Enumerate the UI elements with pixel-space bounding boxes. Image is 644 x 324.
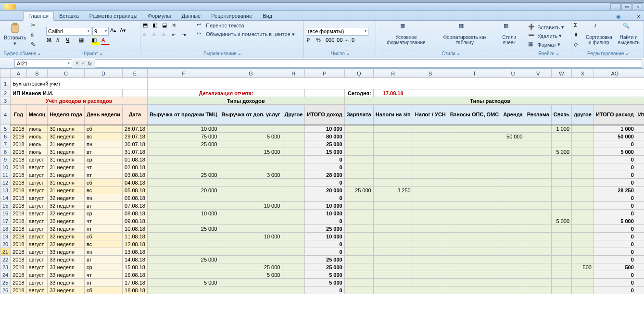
cell[interactable] xyxy=(551,279,571,287)
cell[interactable] xyxy=(551,187,571,194)
cell[interactable]: пн xyxy=(84,140,122,148)
row-header-17[interactable]: 17 xyxy=(0,217,11,225)
autosum-icon[interactable]: Σ xyxy=(573,22,582,30)
cell[interactable] xyxy=(413,256,448,263)
cell[interactable]: 0 xyxy=(593,156,636,163)
hdr-drugoe-i[interactable]: Другое xyxy=(282,105,305,125)
row-header-22[interactable]: 22 xyxy=(0,256,11,263)
cell[interactable]: 2018 xyxy=(11,271,26,279)
cell[interactable] xyxy=(373,148,413,156)
cell[interactable] xyxy=(525,148,551,156)
cell[interactable] xyxy=(282,148,305,156)
cell[interactable]: 5 000 xyxy=(551,217,571,225)
cell[interactable]: 28 000 xyxy=(305,171,344,179)
hdr-reklama[interactable]: Реклама xyxy=(525,105,551,125)
cell[interactable] xyxy=(501,179,525,187)
column-header-AH[interactable]: AH xyxy=(636,69,644,78)
name-box[interactable]: AI21 xyxy=(14,59,72,68)
cell[interactable] xyxy=(501,140,525,148)
hdr-itogo-dr[interactable]: Итого Доход - Расход xyxy=(636,105,644,125)
cell[interactable] xyxy=(413,202,448,210)
cell[interactable] xyxy=(572,210,594,217)
cell[interactable]: 2018 xyxy=(11,171,26,179)
hdr-arenda[interactable]: Аренда xyxy=(501,105,525,125)
row-header-1[interactable]: 1 xyxy=(0,78,11,89)
cancel-formula-icon[interactable]: ✕ xyxy=(75,60,79,66)
cell[interactable] xyxy=(525,233,551,240)
window-minimize-icon[interactable]: _ xyxy=(610,3,621,10)
cell[interactable]: 25 000 xyxy=(305,256,344,263)
cell[interactable] xyxy=(551,263,571,271)
cell[interactable]: август xyxy=(26,248,47,256)
cell[interactable] xyxy=(413,140,448,148)
sort-filter-button[interactable]: ⤸Сортировка и фильтр xyxy=(584,22,614,46)
row-header-20[interactable]: 20 xyxy=(0,240,11,248)
cell[interactable] xyxy=(572,179,594,187)
row-header-25[interactable]: 25 xyxy=(0,279,11,287)
today-label[interactable]: Сегодня: xyxy=(344,89,373,97)
select-all-button[interactable] xyxy=(0,69,11,78)
cell[interactable] xyxy=(282,279,305,287)
cell[interactable] xyxy=(501,163,525,171)
cell[interactable] xyxy=(525,194,551,202)
column-header-W[interactable]: W xyxy=(551,69,571,78)
cell[interactable] xyxy=(572,233,594,240)
cell[interactable] xyxy=(448,187,501,194)
hdr-itogo-r[interactable]: ИТОГО расход xyxy=(593,105,636,125)
hdr-nalogi-zp[interactable]: Налоги на з/п xyxy=(373,105,413,125)
cell[interactable]: 10 000 xyxy=(219,233,282,240)
uchet-header[interactable]: Учёт доходов и расходов xyxy=(11,97,148,105)
cell[interactable] xyxy=(448,202,501,210)
cell[interactable] xyxy=(282,287,305,294)
cell[interactable]: 17.08.18 xyxy=(123,279,148,287)
bold-button[interactable]: Ж xyxy=(46,37,55,45)
cell[interactable]: 2018 xyxy=(11,240,26,248)
cell[interactable] xyxy=(373,240,413,248)
dec-decimal-icon[interactable]: ←.0 xyxy=(344,37,353,45)
cell[interactable]: 2018 xyxy=(11,248,26,256)
cell[interactable] xyxy=(373,171,413,179)
column-header-D[interactable]: D xyxy=(84,69,122,78)
hdr-ned[interactable]: Неделя года xyxy=(48,105,85,125)
cell[interactable] xyxy=(219,187,282,194)
cell[interactable] xyxy=(448,271,501,279)
cell[interactable] xyxy=(282,248,305,256)
cell[interactable] xyxy=(344,133,373,140)
cell[interactable] xyxy=(448,194,501,202)
hdr-zarplata[interactable]: Зарплата xyxy=(344,105,373,125)
cell[interactable] xyxy=(344,233,373,240)
cell[interactable]: 0 xyxy=(305,217,344,225)
cell[interactable] xyxy=(501,225,525,233)
cell[interactable] xyxy=(147,240,219,248)
cell[interactable] xyxy=(344,217,373,225)
cell[interactable] xyxy=(551,256,571,263)
cell[interactable]: 0 xyxy=(636,163,644,171)
cell[interactable]: 14.08.18 xyxy=(123,256,148,263)
cell[interactable]: 500 xyxy=(593,263,636,271)
cell[interactable]: вт xyxy=(84,256,122,263)
cell[interactable]: ср xyxy=(84,156,122,163)
cell[interactable] xyxy=(373,287,413,294)
cell[interactable] xyxy=(448,133,501,140)
border-icon[interactable]: ▦ xyxy=(78,37,87,45)
cell[interactable] xyxy=(525,279,551,287)
cell[interactable]: 0 xyxy=(305,163,344,171)
cell[interactable] xyxy=(525,256,551,263)
cell[interactable]: 25 000 xyxy=(147,171,219,179)
cell[interactable]: 25 000 xyxy=(636,225,644,233)
cell[interactable] xyxy=(147,217,219,225)
cell[interactable]: 0 xyxy=(593,271,636,279)
align-top-icon[interactable]: ⬒ xyxy=(142,22,151,30)
cell[interactable]: 30 неделя xyxy=(48,125,85,133)
cell[interactable] xyxy=(373,210,413,217)
cell[interactable]: 0 xyxy=(636,240,644,248)
cell[interactable] xyxy=(525,163,551,171)
cell[interactable]: 07.08.18 xyxy=(123,202,148,210)
cell[interactable]: 25 000 xyxy=(305,225,344,233)
cell[interactable]: август xyxy=(26,263,47,271)
cell[interactable]: август xyxy=(26,225,47,233)
cell[interactable] xyxy=(219,125,282,133)
hdr-god[interactable]: Год xyxy=(11,105,26,125)
cell[interactable]: 32 неделя xyxy=(48,210,85,217)
ribbon-tab-5[interactable]: Рецензирование xyxy=(206,11,257,20)
